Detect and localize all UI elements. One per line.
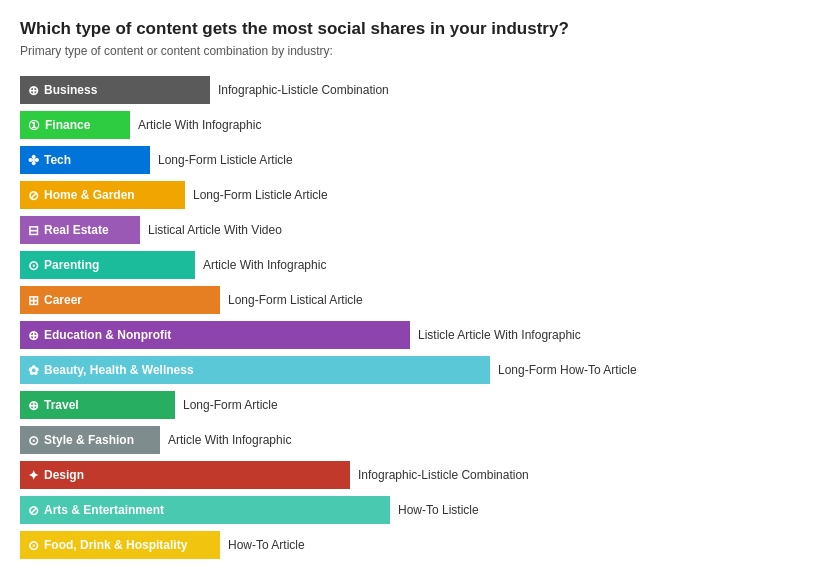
real-estate-industry-label: Real Estate bbox=[44, 223, 109, 237]
beauty-health-icon: ✿ bbox=[28, 363, 39, 378]
education-nonprofit-content-label: Listicle Article With Infographic bbox=[418, 328, 581, 342]
row-design: ✦DesignInfographic-Listicle Combination bbox=[20, 461, 798, 489]
home-garden-content-label: Long-Form Listicle Article bbox=[193, 188, 328, 202]
real-estate-content-label: Listical Article With Video bbox=[148, 223, 282, 237]
tech-content-label: Long-Form Listicle Article bbox=[158, 153, 293, 167]
bar-beauty-health: ✿Beauty, Health & Wellness bbox=[20, 356, 490, 384]
home-garden-icon: ⊘ bbox=[28, 188, 39, 203]
arts-entertainment-industry-label: Arts & Entertainment bbox=[44, 503, 164, 517]
bar-style-fashion: ⊙Style & Fashion bbox=[20, 426, 160, 454]
row-style-fashion: ⊙Style & FashionArticle With Infographic bbox=[20, 426, 798, 454]
real-estate-icon: ⊟ bbox=[28, 223, 39, 238]
career-industry-label: Career bbox=[44, 293, 82, 307]
design-icon: ✦ bbox=[28, 468, 39, 483]
bar-real-estate: ⊟Real Estate bbox=[20, 216, 140, 244]
chart-container: ⊕BusinessInfographic-Listicle Combinatio… bbox=[20, 76, 798, 559]
career-icon: ⊞ bbox=[28, 293, 39, 308]
finance-industry-label: Finance bbox=[45, 118, 90, 132]
finance-content-label: Article With Infographic bbox=[138, 118, 261, 132]
style-fashion-icon: ⊙ bbox=[28, 433, 39, 448]
finance-icon: ① bbox=[28, 118, 40, 133]
row-education-nonprofit: ⊕Education & NonprofitListicle Article W… bbox=[20, 321, 798, 349]
row-real-estate: ⊟Real EstateListical Article With Video bbox=[20, 216, 798, 244]
parenting-content-label: Article With Infographic bbox=[203, 258, 326, 272]
career-content-label: Long-Form Listical Article bbox=[228, 293, 363, 307]
chart-title: Which type of content gets the most soci… bbox=[20, 18, 798, 40]
parenting-icon: ⊙ bbox=[28, 258, 39, 273]
design-industry-label: Design bbox=[44, 468, 84, 482]
row-finance: ①FinanceArticle With Infographic bbox=[20, 111, 798, 139]
chart-subtitle: Primary type of content or content combi… bbox=[20, 44, 798, 58]
design-content-label: Infographic-Listicle Combination bbox=[358, 468, 529, 482]
travel-industry-label: Travel bbox=[44, 398, 79, 412]
row-home-garden: ⊘Home & GardenLong-Form Listicle Article bbox=[20, 181, 798, 209]
food-drink-content-label: How-To Article bbox=[228, 538, 305, 552]
tech-industry-label: Tech bbox=[44, 153, 71, 167]
bar-education-nonprofit: ⊕Education & Nonprofit bbox=[20, 321, 410, 349]
beauty-health-industry-label: Beauty, Health & Wellness bbox=[44, 363, 194, 377]
row-arts-entertainment: ⊘Arts & EntertainmentHow-To Listicle bbox=[20, 496, 798, 524]
food-drink-industry-label: Food, Drink & Hospitality bbox=[44, 538, 187, 552]
business-content-label: Infographic-Listicle Combination bbox=[218, 83, 389, 97]
row-tech: ✤TechLong-Form Listicle Article bbox=[20, 146, 798, 174]
home-garden-industry-label: Home & Garden bbox=[44, 188, 135, 202]
bar-career: ⊞Career bbox=[20, 286, 220, 314]
arts-entertainment-icon: ⊘ bbox=[28, 503, 39, 518]
bar-business: ⊕Business bbox=[20, 76, 210, 104]
bar-design: ✦Design bbox=[20, 461, 350, 489]
bar-finance: ①Finance bbox=[20, 111, 130, 139]
education-nonprofit-industry-label: Education & Nonprofit bbox=[44, 328, 171, 342]
bar-tech: ✤Tech bbox=[20, 146, 150, 174]
travel-content-label: Long-Form Article bbox=[183, 398, 278, 412]
row-beauty-health: ✿Beauty, Health & WellnessLong-Form How-… bbox=[20, 356, 798, 384]
bar-home-garden: ⊘Home & Garden bbox=[20, 181, 185, 209]
tech-icon: ✤ bbox=[28, 153, 39, 168]
food-drink-icon: ⊙ bbox=[28, 538, 39, 553]
style-fashion-industry-label: Style & Fashion bbox=[44, 433, 134, 447]
arts-entertainment-content-label: How-To Listicle bbox=[398, 503, 479, 517]
education-nonprofit-icon: ⊕ bbox=[28, 328, 39, 343]
business-icon: ⊕ bbox=[28, 83, 39, 98]
bar-food-drink: ⊙Food, Drink & Hospitality bbox=[20, 531, 220, 559]
bar-parenting: ⊙Parenting bbox=[20, 251, 195, 279]
row-travel: ⊕TravelLong-Form Article bbox=[20, 391, 798, 419]
travel-icon: ⊕ bbox=[28, 398, 39, 413]
business-industry-label: Business bbox=[44, 83, 97, 97]
row-food-drink: ⊙Food, Drink & HospitalityHow-To Article bbox=[20, 531, 798, 559]
beauty-health-content-label: Long-Form How-To Article bbox=[498, 363, 637, 377]
row-business: ⊕BusinessInfographic-Listicle Combinatio… bbox=[20, 76, 798, 104]
bar-travel: ⊕Travel bbox=[20, 391, 175, 419]
style-fashion-content-label: Article With Infographic bbox=[168, 433, 291, 447]
row-career: ⊞CareerLong-Form Listical Article bbox=[20, 286, 798, 314]
row-parenting: ⊙ParentingArticle With Infographic bbox=[20, 251, 798, 279]
bar-arts-entertainment: ⊘Arts & Entertainment bbox=[20, 496, 390, 524]
parenting-industry-label: Parenting bbox=[44, 258, 99, 272]
